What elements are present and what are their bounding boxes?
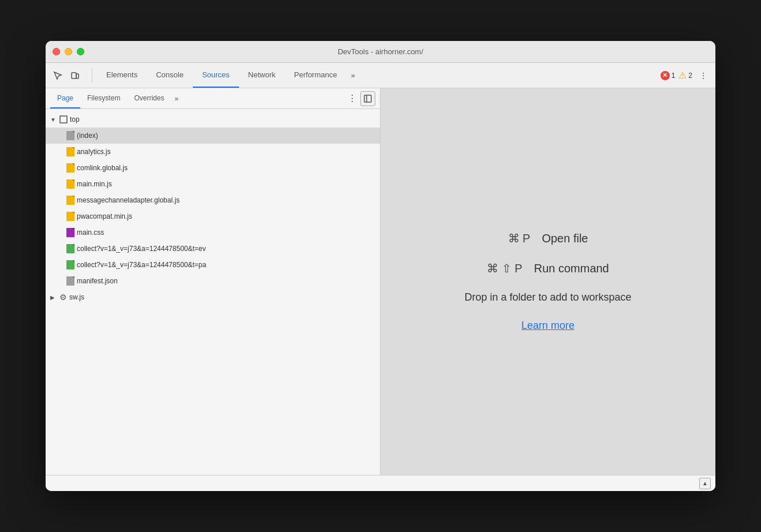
tree-item-pwacompat[interactable]: pwacompat.min.js [46,208,380,224]
subtab-filesystem[interactable]: Filesystem [80,88,127,108]
svg-rect-0 [72,73,76,78]
tree-label-top: top [70,115,80,123]
tree-item-collect1[interactable]: collect?v=1&_v=j73&a=1244478500&t=ev [46,241,380,257]
file-tree: ▼ top (index) [46,109,380,475]
tab-console[interactable]: Console [147,63,193,88]
file-icon-yellow-pwacompat [66,212,74,221]
tree-label-collect1: collect?v=1&_v=j73&a=1244478500&t=ev [77,245,206,253]
subtab-overrides[interactable]: Overrides [127,88,171,108]
main-area: Page Filesystem Overrides » ⋮ [46,88,715,475]
tree-label-main-min-js: main.min.js [77,180,112,188]
tree-label-comlink: comlink.global.js [77,164,128,172]
file-icon-yellow-analytics [66,147,74,156]
tab-performance[interactable]: Performance [285,63,346,88]
file-icon-gray-manifest [66,276,74,286]
file-icon-green-collect2 [66,260,74,269]
tree-item-main-css[interactable]: main.css [46,224,380,241]
tabs: Elements Console Sources Network Perform… [97,63,661,88]
chevron-down-icon: ▼ [50,117,57,123]
shortcut-action-open: Open file [542,232,588,245]
shortcut-run-command: ⌘ ⇧ P Run command [487,261,609,275]
warning-count: 2 [688,72,692,80]
warning-badge[interactable]: ⚠ 2 [678,70,692,81]
tree-label-messagechannel: messagechanneladapter.global.js [77,196,180,204]
tree-item-main-min-js[interactable]: main.min.js [46,176,380,192]
main-tab-bar: Elements Console Sources Network Perform… [46,63,715,88]
tree-label-manifest: manifest.json [77,277,118,285]
file-icon-yellow-main-min [66,179,74,189]
tab-icons [50,68,83,83]
close-button[interactable] [53,48,60,55]
tree-label-index: (index) [77,132,98,140]
more-options-button[interactable]: ⋮ [696,68,711,83]
devtools-window: DevTools - airhorner.com/ El [46,41,715,491]
shortcut-key-open: ⌘ P [508,231,531,245]
tree-item-manifest[interactable]: manifest.json [46,273,380,289]
subtab-menu-button[interactable]: ⋮ [346,93,358,104]
console-drawer-toggle[interactable]: ▲ [699,478,711,489]
tree-label-sw: sw.js [69,293,84,301]
window-title: DevTools - airhorner.com/ [338,47,423,56]
tab-bar-right: ✕ 1 ⚠ 2 ⋮ [661,68,711,83]
sub-tab-bar: Page Filesystem Overrides » ⋮ [46,88,380,109]
left-panel: Page Filesystem Overrides » ⋮ [46,88,380,475]
title-bar: DevTools - airhorner.com/ [46,41,715,63]
inspect-icon[interactable] [50,68,65,83]
tab-network[interactable]: Network [239,63,285,88]
tab-separator [92,69,92,83]
shortcut-action-run: Run command [534,262,609,275]
tree-label-main-css: main.css [77,228,104,237]
shortcut-key-run: ⌘ ⇧ P [487,261,522,275]
tree-item-comlink[interactable]: comlink.global.js [46,160,380,176]
shortcut-open-file: ⌘ P Open file [508,231,588,245]
learn-more-link[interactable]: Learn more [521,320,575,332]
subtab-page[interactable]: Page [50,88,80,108]
tree-label-pwacompat: pwacompat.min.js [77,212,132,220]
file-icon-yellow-comlink [66,163,74,173]
tab-sources[interactable]: Sources [193,63,239,88]
chevron-right-icon: ▶ [50,294,57,301]
tree-item-top[interactable]: ▼ top [46,111,380,128]
tree-label-analytics: analytics.js [77,148,111,156]
tree-item-analytics[interactable]: analytics.js [46,144,380,160]
panel-toggle-button[interactable] [360,91,375,106]
minimize-button[interactable] [65,48,72,55]
tab-overflow-button[interactable]: » [346,71,360,80]
subtab-overflow-button[interactable]: » [171,95,182,103]
tree-item-collect2[interactable]: collect?v=1&_v=j73&a=1244478500&t=pa [46,257,380,273]
bottom-bar: ▲ [46,475,715,491]
file-icon-green-collect1 [66,244,74,253]
file-icon-purple-main-css [66,228,74,237]
traffic-lights [53,48,84,55]
tree-label-collect2: collect?v=1&_v=j73&a=1244478500&t=pa [77,261,206,269]
error-count: 1 [672,72,676,80]
file-icon-gray [66,131,74,140]
file-icon-yellow-messagechannel [66,196,74,205]
tree-item-index[interactable]: (index) [46,128,380,144]
maximize-button[interactable] [77,48,84,55]
drop-folder-text: Drop in a folder to add to workspace [464,291,631,304]
tree-item-sw[interactable]: ▶ ⚙ sw.js [46,289,380,305]
frame-icon [59,115,68,123]
devtools-body: Elements Console Sources Network Perform… [46,63,715,491]
tree-item-messagechannel[interactable]: messagechanneladapter.global.js [46,192,380,208]
error-badge[interactable]: ✕ 1 [661,71,676,80]
svg-rect-1 [76,74,79,78]
warning-icon: ⚠ [678,70,687,81]
error-icon: ✕ [661,71,670,80]
right-panel: ⌘ P Open file ⌘ ⇧ P Run command Drop in … [380,88,715,475]
tab-elements[interactable]: Elements [97,63,147,88]
svg-rect-2 [364,95,371,102]
device-mode-icon[interactable] [68,68,83,83]
